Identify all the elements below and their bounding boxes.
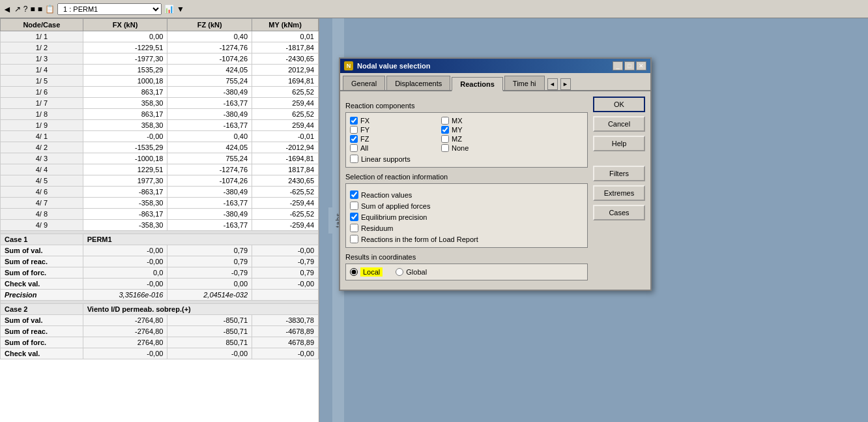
table-row: 4/ 9 -358,30 -163,77 -259,44 bbox=[1, 220, 319, 231]
radio-local-input[interactable] bbox=[350, 268, 358, 276]
tab-prev-button[interactable]: ◄ bbox=[547, 78, 558, 90]
checkbox-reaction-values-input[interactable] bbox=[350, 190, 358, 199]
checkbox-sum-applied[interactable]: Sum of applied forces bbox=[350, 202, 583, 210]
checkbox-FZ[interactable]: FZ bbox=[350, 135, 428, 143]
fx-cell: 1000,18 bbox=[83, 76, 167, 87]
node-cell: 1/ 4 bbox=[1, 65, 83, 76]
cancel-button[interactable]: Cancel bbox=[593, 116, 645, 132]
checkbox-FY-input[interactable] bbox=[350, 126, 358, 134]
sum-fz: -0,00 bbox=[167, 348, 252, 359]
checkbox-reaction-values[interactable]: Reaction values bbox=[350, 190, 583, 199]
fz-cell: -1274,76 bbox=[167, 42, 252, 53]
help-button[interactable]: Help bbox=[593, 136, 645, 151]
checkbox-linear-input[interactable] bbox=[350, 155, 358, 163]
my-cell: 625,52 bbox=[252, 87, 319, 98]
my-cell: 2430,65 bbox=[252, 175, 319, 187]
sum-label: Sum of forc. bbox=[1, 337, 83, 348]
checkbox-None-input[interactable] bbox=[441, 144, 449, 152]
checkbox-linear-label: Linear supports bbox=[361, 155, 411, 163]
checkbox-FZ-input[interactable] bbox=[350, 135, 358, 143]
my-cell: -625,52 bbox=[252, 209, 319, 220]
sum-row: Precision 3,35166e-016 2,04514e-032 bbox=[1, 290, 319, 301]
checkbox-MX-input[interactable] bbox=[441, 117, 449, 125]
tab-reactions[interactable]: Reactions bbox=[452, 77, 503, 91]
tab-next-button[interactable]: ► bbox=[560, 78, 571, 90]
checkbox-grid: FX MX FY MY bbox=[350, 117, 583, 152]
checkbox-sum-applied-input[interactable] bbox=[350, 202, 358, 210]
checkbox-All[interactable]: All bbox=[350, 144, 428, 152]
table-row: 4/ 2 -1535,29 424,05 -2012,94 bbox=[1, 142, 319, 153]
coordinates-label: Results in coordinates bbox=[345, 253, 588, 261]
col-header-node: Node/Case bbox=[1, 19, 83, 31]
node-cell: 1/ 3 bbox=[1, 53, 83, 65]
my-cell: -259,44 bbox=[252, 220, 319, 231]
checkbox-load-report[interactable]: Reactions in the form of Load Report bbox=[350, 235, 583, 243]
case1-header: Case 1 PERM1 bbox=[1, 234, 319, 245]
sum-fx: -0,00 bbox=[83, 279, 167, 290]
sum-fz: -0,79 bbox=[167, 267, 252, 279]
restore-button[interactable]: □ bbox=[624, 61, 635, 70]
filters-button[interactable]: Filters bbox=[593, 166, 645, 181]
tab-general[interactable]: General bbox=[343, 76, 385, 90]
checkbox-FX-input[interactable] bbox=[350, 117, 358, 125]
close-button[interactable]: ✕ bbox=[636, 61, 646, 70]
fx-cell: -863,17 bbox=[83, 187, 167, 198]
toolbar-icon6: 📊 bbox=[164, 5, 174, 14]
checkbox-MZ[interactable]: MZ bbox=[441, 135, 519, 143]
sum-my: -4678,89 bbox=[252, 326, 319, 337]
my-cell: -1817,84 bbox=[252, 42, 319, 53]
checkbox-FX[interactable]: FX bbox=[350, 117, 428, 125]
checkbox-residuum-input[interactable] bbox=[350, 224, 358, 232]
sum-my: -0,79 bbox=[252, 256, 319, 267]
col-header-fx: FX (kN) bbox=[83, 19, 167, 31]
extremes-button[interactable]: Extremes bbox=[593, 185, 645, 201]
checkbox-linear-supports[interactable]: Linear supports bbox=[350, 155, 583, 163]
node-cell: 1/ 2 bbox=[1, 42, 83, 53]
sum-my bbox=[252, 290, 319, 301]
radio-global[interactable]: Global bbox=[396, 268, 427, 276]
fx-cell: -1535,29 bbox=[83, 142, 167, 153]
table-row: 4/ 6 -863,17 -380,49 -625,52 bbox=[1, 187, 319, 198]
node-cell: 4/ 8 bbox=[1, 209, 83, 220]
cases-button[interactable]: Cases bbox=[593, 205, 645, 220]
sum-label: Sum of val. bbox=[1, 315, 83, 326]
sum-fx: 0,0 bbox=[83, 267, 167, 279]
col-header-my: MY (kNm) bbox=[252, 19, 319, 31]
toolbar-icon1: ↗ bbox=[14, 5, 21, 14]
table-row: 1/ 6 863,17 -380,49 625,52 bbox=[1, 87, 319, 98]
checkbox-FY[interactable]: FY bbox=[350, 126, 428, 134]
toolbar-back-icon[interactable]: ◄ bbox=[3, 4, 12, 14]
checkbox-MX[interactable]: MX bbox=[441, 117, 519, 125]
radio-local[interactable]: Local bbox=[350, 268, 383, 276]
col-header-fz: FZ (kN) bbox=[167, 19, 252, 31]
checkbox-MZ-input[interactable] bbox=[441, 135, 449, 143]
minimize-button[interactable]: _ bbox=[613, 61, 623, 70]
checkbox-equilibrium-input[interactable] bbox=[350, 213, 358, 221]
checkbox-load-report-input[interactable] bbox=[350, 235, 358, 243]
checkbox-All-input[interactable] bbox=[350, 144, 358, 152]
checkbox-None[interactable]: None bbox=[441, 144, 519, 152]
sum-row: Sum of val. -0,00 0,79 -0,00 bbox=[1, 245, 319, 256]
radio-local-text: Local bbox=[360, 267, 383, 277]
checkbox-residuum[interactable]: Residuum bbox=[350, 224, 583, 232]
tab-timehi[interactable]: Time hi bbox=[504, 76, 545, 90]
checkbox-MY-input[interactable] bbox=[441, 126, 449, 134]
checkbox-MY-label: MY bbox=[452, 126, 463, 134]
coordinates-box: Local Global bbox=[345, 264, 588, 280]
toolbar-icon4: ■ bbox=[38, 5, 42, 14]
ok-button[interactable]: OK bbox=[593, 97, 645, 112]
checkbox-MY[interactable]: MY bbox=[441, 126, 519, 134]
case-dropdown[interactable]: 1 : PERM1 bbox=[57, 3, 162, 15]
radio-global-input[interactable] bbox=[396, 268, 403, 276]
fz-cell: -380,49 bbox=[167, 87, 252, 98]
my-cell: -1694,81 bbox=[252, 153, 319, 164]
case2-header: Case 2 Viento I/D permeab. sobrep.(+) bbox=[1, 304, 319, 315]
fx-cell: 358,30 bbox=[83, 98, 167, 109]
node-cell: 1/ 7 bbox=[1, 98, 83, 109]
dialog-title-text: Nodal value selection bbox=[357, 62, 430, 70]
sum-fz: 0,79 bbox=[167, 256, 252, 267]
checkbox-equilibrium[interactable]: Equilibrium precision bbox=[350, 213, 583, 221]
sum-my: -0,00 bbox=[252, 245, 319, 256]
sum-row: Sum of val. -2764,80 -850,71 -3830,78 bbox=[1, 315, 319, 326]
tab-displacements[interactable]: Displacements bbox=[386, 76, 450, 90]
